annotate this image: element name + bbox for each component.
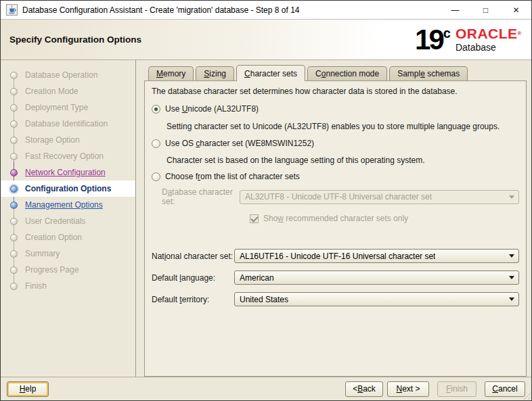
default-language-select[interactable]: American (234, 270, 519, 285)
radio-row-choose-list[interactable]: Choose from the list of character sets (152, 172, 519, 181)
minimize-icon[interactable]: — (440, 1, 470, 19)
help-button[interactable]: Help (7, 381, 49, 397)
logo-version: 19 (415, 24, 443, 55)
tab-character-sets[interactable]: Character sets (236, 65, 305, 81)
radio-row-use-os[interactable]: Use OS character set (WE8MSWIN1252) (152, 139, 519, 148)
database-charset-label: Database character set: (162, 187, 240, 206)
step-bullet (10, 169, 18, 176)
show-recommended-label: Show recommended character sets only (263, 214, 408, 223)
tab-sample-schemas[interactable]: Sample schemas (389, 66, 468, 80)
step-bullet (10, 250, 18, 258)
wizard-header: Specify Configuration Options 19 c ORACL… (1, 20, 531, 60)
logo-brand-block: ORACLE® Database (456, 27, 522, 53)
default-territory-label: Default territory: (152, 295, 234, 304)
sidebar-step-creation-option: Creation Option (1, 229, 135, 245)
show-recommended-row: Show recommended character sets only (250, 214, 519, 223)
use-unicode-help: Setting character set to Unicode (AL32UT… (167, 122, 519, 131)
dbca-window: Database Configuration Assistant - Creat… (0, 0, 532, 401)
step-bullet (10, 185, 18, 193)
logo-product: Database (456, 42, 522, 53)
oracle-wordmark: ORACLE® (456, 27, 522, 41)
content-area: Memory Sizing Character sets Connection … (136, 60, 531, 377)
radio-row-use-unicode[interactable]: Use Unicode (AL32UTF8) (152, 104, 519, 114)
cancel-button[interactable]: Cancel (485, 381, 525, 397)
sidebar-step-user-credentials: User Credentials (1, 213, 135, 229)
database-charset-row: Database character set: AL32UTF8 - Unico… (162, 187, 519, 206)
logo-edition: c (443, 26, 451, 41)
sidebar-step-deployment-type: Deployment Type (1, 99, 135, 116)
sidebar-step-network-configuration[interactable]: Network Configuration (1, 164, 135, 181)
finish-button: Finish (437, 381, 476, 397)
sidebar-step-database-operation: Database Operation (1, 67, 135, 83)
show-recommended-checkbox (250, 214, 259, 223)
step-bullet (10, 202, 18, 209)
choose-list-label[interactable]: Choose from the list of character sets (165, 172, 300, 181)
national-charset-label: National character set: (152, 252, 234, 261)
step-bullet (10, 218, 18, 225)
national-charset-select[interactable]: AL16UTF16 - Unicode UTF-16 Universal cha… (234, 249, 519, 263)
tab-sizing[interactable]: Sizing (196, 66, 234, 80)
tab-connection-mode[interactable]: Connection mode (307, 66, 387, 80)
next-button[interactable]: Next > (387, 381, 429, 397)
step-bullet (10, 88, 18, 95)
use-os-label[interactable]: Use OS character set (WE8MSWIN1252) (165, 139, 314, 148)
chevron-down-icon (509, 254, 514, 258)
chevron-down-icon (509, 298, 514, 301)
step-bullet (10, 104, 18, 112)
step-bullet (10, 266, 18, 274)
tab-bar: Memory Sizing Character sets Connection … (148, 65, 527, 80)
step-bullet (10, 120, 18, 128)
chevron-down-icon (509, 195, 514, 199)
close-icon[interactable]: ✕ (501, 1, 531, 19)
maximize-icon[interactable]: □ (470, 1, 501, 19)
step-bullet (10, 234, 18, 241)
window-title: Database Configuration Assistant - Creat… (22, 5, 440, 15)
default-language-label: Default language: (152, 273, 234, 283)
java-icon (6, 4, 18, 16)
use-unicode-label[interactable]: Use Unicode (AL32UTF8) (165, 104, 259, 114)
sidebar-step-summary: Summary (1, 245, 135, 262)
sidebar-step-creation-mode: Creation Mode (1, 83, 135, 99)
use-unicode-radio[interactable] (152, 105, 160, 114)
sidebar-step-fast-recovery-option: Fast Recovery Option (1, 148, 135, 164)
tab-memory[interactable]: Memory (148, 66, 194, 80)
chevron-down-icon (509, 276, 514, 279)
step-bullet (10, 72, 18, 79)
page-title: Specify Configuration Options (9, 34, 141, 45)
sidebar-step-configuration-options: Configuration Options (1, 181, 135, 197)
sidebar-step-management-options[interactable]: Management Options (1, 197, 135, 213)
wizard-steps-sidebar: Database Operation Creation Mode Deploym… (1, 60, 136, 377)
panel-description: The database character set determines ho… (152, 87, 519, 96)
main-area: Database Operation Creation Mode Deploym… (1, 60, 531, 377)
use-os-help: Character set is based on the language s… (167, 156, 519, 165)
titlebar: Database Configuration Assistant - Creat… (1, 1, 531, 20)
window-controls: — □ ✕ (440, 1, 531, 19)
step-bullet (10, 283, 18, 290)
footer-bar: Help < Back Next > Finish Cancel (1, 377, 531, 400)
sidebar-step-progress-page: Progress Page (1, 262, 135, 278)
national-charset-row: National character set: AL16UTF16 - Unic… (152, 249, 519, 263)
choose-list-radio[interactable] (152, 172, 160, 181)
sidebar-step-database-identification: Database Identification (1, 116, 135, 132)
oracle-19c-logo: 19 c ORACLE® Database (411, 23, 523, 57)
character-sets-panel: The database character set determines ho… (144, 80, 527, 377)
step-bullet (10, 153, 18, 160)
back-button[interactable]: < Back (345, 381, 383, 397)
default-language-row: Default language: American (152, 270, 519, 285)
database-charset-select: AL32UTF8 - Unicode UTF-8 Universal chara… (240, 190, 519, 204)
sidebar-step-finish: Finish (1, 278, 135, 294)
default-territory-select[interactable]: United States (234, 292, 519, 306)
step-bullet (10, 137, 18, 144)
default-territory-row: Default territory: United States (152, 292, 519, 306)
use-os-radio[interactable] (152, 139, 160, 148)
sidebar-step-storage-option: Storage Option (1, 132, 135, 148)
